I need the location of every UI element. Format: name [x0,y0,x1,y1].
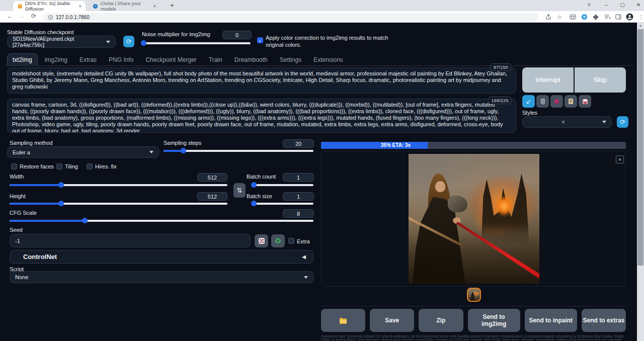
cfg-scale-input[interactable] [283,209,314,218]
height-slider[interactable] [10,203,227,205]
seed-input[interactable]: -1 [10,234,251,247]
cfg-scale-slider[interactable] [10,220,313,222]
styles-clear-icon[interactable]: × [561,119,565,126]
save-button[interactable]: Save [370,309,414,332]
script-dropdown[interactable]: None [10,271,313,283]
tab-png-info[interactable]: PNG Info [104,54,138,66]
paste-generation-params-button[interactable]: ↙ [522,95,535,108]
window-maximize-button[interactable]: ▢ [615,0,630,10]
site-info-icon[interactable]: i [48,15,53,20]
negative-prompt-textarea[interactable]: canvas frame, cartoon, 3d, ((disfigured)… [7,99,516,133]
skip-button[interactable]: Skip [575,67,626,93]
forward-button[interactable]: → [19,13,25,20]
tab-divider [4,65,633,66]
slider-handle[interactable] [251,201,257,206]
window-minimize-button[interactable]: – [599,0,614,10]
chevron-down-icon [602,121,606,123]
preview-close-button[interactable]: × [616,155,624,163]
reload-button[interactable]: ⟳ [31,13,36,20]
window-chevron-icon[interactable]: ˅ [582,0,597,10]
batch-size-input[interactable] [283,192,314,201]
tab-train[interactable]: Train [204,54,227,66]
checkpoint-dropdown[interactable]: SD15NewVAEpruned.ckpt [27a4ac756c] [7,36,116,48]
negative-token-counter: 198/225 [489,97,511,104]
side-panel-icon[interactable] [614,13,622,21]
slider-handle[interactable] [141,40,146,46]
extension-grid-icon[interactable] [569,13,577,21]
noise-multiplier-slider[interactable] [141,42,251,44]
styles-dropdown[interactable]: × [522,116,612,128]
progress-fill: 35% ETA: 3s [321,142,428,149]
sampling-steps-slider[interactable] [164,150,313,152]
zip-button[interactable]: Zip [419,309,463,332]
apply-style-button[interactable] [565,95,577,108]
clear-prompt-button[interactable] [536,95,549,108]
tab-checkpoint-merger[interactable]: Checkpoint Merger [140,54,201,66]
controlnet-accordion[interactable]: ControlNet ◀ [10,250,313,264]
swap-dimensions-button[interactable]: ⇅ [233,183,246,198]
hires-fix-label: Hires. fix [95,163,117,169]
gallery-thumbnail[interactable] [467,288,481,302]
extra-seed-checkbox[interactable] [288,238,294,244]
slider-handle[interactable] [181,148,186,153]
extra-networks-button[interactable] [550,95,563,108]
sampling-steps-input[interactable] [283,139,314,148]
tab-extensions[interactable]: Extensions [308,54,348,66]
tab-title: [35% ETA: 3s] Stable Diffusion [25,1,74,12]
width-input[interactable] [197,173,227,182]
tab-close-icon[interactable]: × [153,4,156,9]
blue-extension-icon[interactable] [580,13,588,21]
color-correction-checkbox[interactable]: ✓ [257,37,263,43]
batch-size-slider[interactable] [252,203,313,205]
extensions-puzzle-icon[interactable] [592,13,600,21]
reading-list-icon[interactable] [603,13,611,21]
reuse-seed-button[interactable]: ♻ [271,234,285,247]
address-bar[interactable]: i 127.0.0.1:7860 [43,13,538,21]
scrollbar-up-icon[interactable]: ▲ [637,24,643,29]
noise-multiplier-input[interactable] [222,31,252,39]
window-close-button[interactable]: ✕ [631,0,644,10]
save-style-button[interactable] [579,95,591,108]
tab-img2img[interactable]: img2img [40,54,72,66]
send-to-extras-button[interactable]: Send to extras [582,309,626,332]
seed-label: Seed [10,227,23,233]
styles-refresh-button[interactable]: ⟳ [617,116,628,128]
back-button[interactable]: ← [7,13,13,20]
checkpoint-refresh-button[interactable]: ⟳ [123,36,134,47]
tab-close-icon[interactable]: × [78,4,82,9]
bookmark-star-icon[interactable]: ☆ [555,13,564,21]
tab-extras[interactable]: Extras [74,54,102,66]
share-icon[interactable] [544,13,552,21]
hires-fix-checkbox[interactable] [87,163,93,169]
slider-handle[interactable] [58,182,64,188]
tab-dreambooth[interactable]: Dreambooth [229,54,273,66]
height-input[interactable] [197,192,227,201]
tab-txt2img[interactable]: txt2img [7,53,38,66]
open-folder-button[interactable] [321,309,365,332]
browser-tab-civitai[interactable]: C Civitai | Share your models × [89,1,160,11]
restore-faces-label: Restore faces [20,163,54,169]
slider-handle[interactable] [82,218,88,223]
width-slider[interactable] [10,184,227,186]
tab-settings[interactable]: Settings [275,54,306,66]
preview-image[interactable] [409,154,539,284]
interrupt-button[interactable]: Interrupt [522,67,574,93]
slider-handle[interactable] [251,182,257,188]
restore-faces-checkbox[interactable] [11,163,17,169]
tiling-checkbox[interactable] [56,163,62,169]
browser-tab-stable-diffusion[interactable]: [35% ETA: 3s] Stable Diffusion × [13,1,86,11]
new-tab-button[interactable]: + [167,1,177,10]
prompt-textarea[interactable]: modelshoot style, (extremely detailed CG… [7,67,516,94]
send-to-img2img-button[interactable]: Send to img2img [468,309,520,332]
browser-menu-icon[interactable]: ⋮ [637,13,644,21]
tab-title: Civitai | Share your models [101,1,149,12]
batch-count-slider[interactable] [252,184,313,186]
chevron-down-icon [106,41,110,43]
random-seed-button[interactable] [255,234,268,247]
profile-avatar[interactable] [625,13,633,21]
batch-count-input[interactable] [283,173,314,182]
slider-handle[interactable] [58,201,64,206]
send-to-inpaint-button[interactable]: Send to inpaint [525,309,577,332]
scrollbar-thumb[interactable] [637,29,643,266]
sampling-method-dropdown[interactable]: Euler a [7,146,159,158]
